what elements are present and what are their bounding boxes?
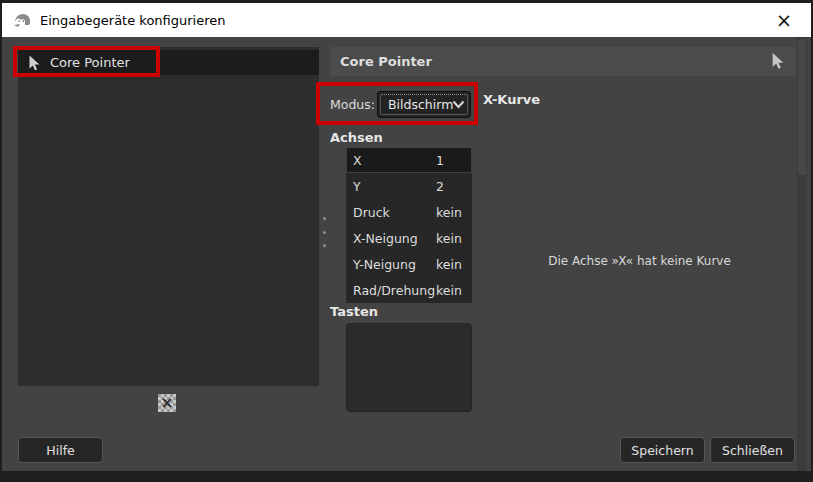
axis-row-x-neigung[interactable]: X-Neigung kein xyxy=(346,225,472,251)
axis-value: kein xyxy=(436,283,471,298)
mode-selected-value: Bildschirm xyxy=(388,97,453,112)
axis-name: Druck xyxy=(353,205,436,220)
mode-label: Modus: xyxy=(330,91,375,118)
axis-name: Y-Neigung xyxy=(353,257,436,272)
delete-device-icon[interactable]: × xyxy=(158,394,176,412)
axis-name: X-Neigung xyxy=(353,231,436,246)
axis-row-y-neigung[interactable]: Y-Neigung kein xyxy=(346,251,472,277)
close-window-icon[interactable]: × xyxy=(765,3,803,37)
input-devices-dialog: Eingabegeräte konfigurieren × Core Point… xyxy=(0,0,813,482)
keys-section-title: Tasten xyxy=(330,304,378,319)
axes-section-title: Achsen xyxy=(330,130,383,145)
axis-value: 2 xyxy=(436,179,471,194)
mode-dropdown[interactable]: Bildschirm xyxy=(377,91,471,118)
device-list-item-core-pointer[interactable]: Core Pointer xyxy=(18,50,319,75)
axis-name: X xyxy=(353,153,436,168)
cursor-arrow-icon xyxy=(27,55,41,71)
dialog-content: Core Pointer × Core Pointer Modus: Bilds… xyxy=(2,37,811,471)
curve-section-title: X-Kurve xyxy=(483,92,540,107)
scrollbar-thumb[interactable] xyxy=(798,39,806,175)
axis-name: Y xyxy=(353,179,436,194)
axis-row-druck[interactable]: Druck kein xyxy=(346,199,472,225)
window-title: Eingabegeräte konfigurieren xyxy=(40,13,226,28)
cursor-arrow-icon xyxy=(770,52,785,70)
device-detail-title: Core Pointer xyxy=(340,54,432,69)
vertical-scrollbar[interactable] xyxy=(797,37,807,471)
axes-table: X 1 Y 2 Druck kein X-Neigung kein Y-Neig… xyxy=(346,147,472,303)
close-button[interactable]: Schließen xyxy=(710,437,795,463)
device-list[interactable]: Core Pointer xyxy=(18,47,319,386)
titlebar: Eingabegeräte konfigurieren × xyxy=(2,3,811,37)
axis-value: kein xyxy=(436,205,471,220)
device-detail-header: Core Pointer xyxy=(330,47,796,76)
axis-row-rad-drehung[interactable]: Rad/Drehung kein xyxy=(346,277,472,303)
save-button[interactable]: Speichern xyxy=(620,437,705,463)
axis-row-x[interactable]: X 1 xyxy=(346,147,472,173)
pane-splitter-handle[interactable] xyxy=(319,215,329,249)
help-button[interactable]: Hilfe xyxy=(18,437,103,463)
axis-value: 1 xyxy=(436,153,471,168)
axis-name: Rad/Drehung xyxy=(353,283,436,298)
gimp-wilber-icon xyxy=(11,11,33,29)
delete-glyph: × xyxy=(161,396,174,411)
curve-empty-message: Die Achse »X« hat keine Kurve xyxy=(483,254,796,268)
chevron-down-icon xyxy=(452,99,465,110)
keys-list[interactable] xyxy=(346,323,472,412)
axis-value: kein xyxy=(436,231,471,246)
axis-value: kein xyxy=(436,257,471,272)
axis-row-y[interactable]: Y 2 xyxy=(346,173,472,199)
device-label: Core Pointer xyxy=(50,55,130,70)
